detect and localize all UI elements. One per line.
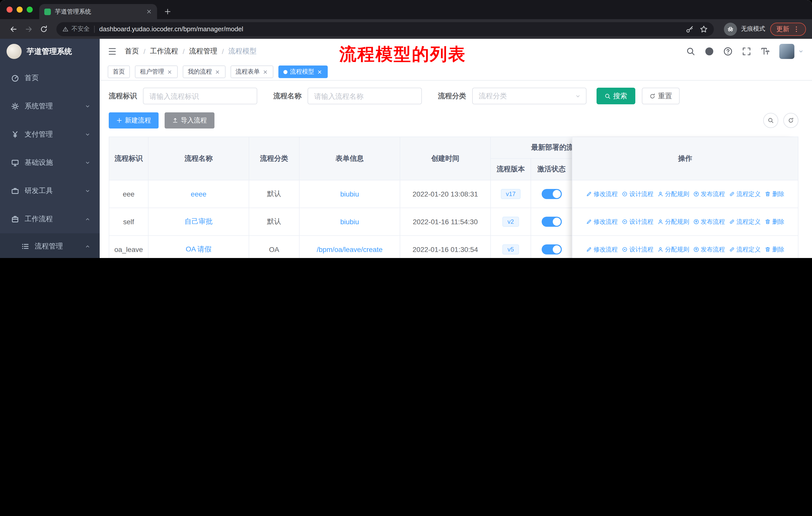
sidebar-item-workflow[interactable]: 工作流程 <box>0 205 100 233</box>
toggle-search-button[interactable] <box>763 113 778 128</box>
font-size-icon[interactable] <box>761 47 770 56</box>
sidebar-item-infra[interactable]: 基础设施 <box>0 148 100 177</box>
tags-view-bar: 首页 租户管理 我的流程 流程表单 流程模型 <box>100 63 812 81</box>
annotation-overlay: 流程模型的列表 <box>339 43 466 66</box>
forward-button[interactable] <box>21 21 36 36</box>
tag-tenant[interactable]: 租户管理 <box>135 65 178 78</box>
browser-window: 芋道管理系统 不安全 dashboard.yudao.iocoder.cn/bp… <box>0 0 812 258</box>
active-toggle[interactable] <box>542 189 561 199</box>
close-icon[interactable] <box>167 69 173 75</box>
form-info-link[interactable]: biubiu <box>340 190 359 198</box>
close-icon[interactable] <box>262 69 268 75</box>
modify-process-link[interactable]: 修改流程 <box>586 217 618 226</box>
create-process-button[interactable]: 新建流程 <box>109 112 158 129</box>
process-definition-link[interactable]: 流程定义 <box>729 190 761 198</box>
address-bar[interactable]: 不安全 dashboard.yudao.iocoder.cn/bpm/manag… <box>56 22 714 36</box>
publish-process-link[interactable]: 发布流程 <box>693 217 725 226</box>
close-window-button[interactable] <box>6 6 12 12</box>
table-toolbar: 新建流程 导入流程 <box>109 112 799 129</box>
sidebar-item-process-mgmt[interactable]: 流程管理 <box>0 233 100 258</box>
close-icon[interactable] <box>214 69 221 75</box>
breadcrumb-home[interactable]: 首页 <box>125 47 139 56</box>
design-process-link[interactable]: 设计流程 <box>622 245 654 254</box>
minimize-window-button[interactable] <box>17 6 23 12</box>
modify-process-link[interactable]: 修改流程 <box>586 190 618 198</box>
tag-my-process[interactable]: 我的流程 <box>183 65 226 78</box>
version-badge[interactable]: v5 <box>502 244 519 254</box>
design-process-link[interactable]: 设计流程 <box>622 190 654 198</box>
menu-dots-icon[interactable] <box>793 25 800 32</box>
back-button[interactable] <box>6 21 21 36</box>
breadcrumb-workflow[interactable]: 工作流程 <box>150 47 178 56</box>
security-status[interactable]: 不安全 <box>62 25 90 33</box>
active-toggle[interactable] <box>542 217 561 227</box>
suitcase-icon <box>11 215 19 223</box>
assign-rule-link[interactable]: 分配规则 <box>658 245 689 254</box>
help-icon[interactable] <box>723 47 732 56</box>
edit-icon <box>586 246 592 252</box>
design-process-link[interactable]: 设计流程 <box>622 217 654 226</box>
app-logo[interactable]: 芋道管理系统 <box>0 39 100 64</box>
assign-rule-link[interactable]: 分配规则 <box>658 217 689 226</box>
version-badge[interactable]: v17 <box>501 189 521 199</box>
breadcrumb-separator <box>183 47 185 55</box>
close-icon[interactable] <box>317 69 323 75</box>
browser-tab[interactable]: 芋道管理系统 <box>39 4 157 19</box>
sidebar-item-system[interactable]: 系统管理 <box>0 92 100 120</box>
update-chip[interactable]: 更新 <box>770 22 806 35</box>
form-info-link[interactable]: /bpm/oa/leave/create <box>317 245 383 253</box>
form-info-link[interactable]: biubiu <box>340 218 359 226</box>
zoom-window-button[interactable] <box>27 6 33 12</box>
process-name-link[interactable]: 自己审批 <box>184 217 213 226</box>
process-model-table: 流程标识 流程名称 流程分类 表单信息 创建时间 最新部署的流程定义 流程版本 … <box>109 137 799 258</box>
sidebar-item-payment[interactable]: 支付管理 <box>0 120 100 148</box>
process-id-input[interactable] <box>143 88 257 104</box>
modify-process-link[interactable]: 修改流程 <box>586 245 618 254</box>
fullscreen-icon[interactable] <box>742 47 751 56</box>
delete-process-link[interactable]: 删除 <box>765 217 784 226</box>
tag-process-model[interactable]: 流程模型 <box>279 65 328 78</box>
refresh-table-button[interactable] <box>783 113 799 128</box>
assign-rule-link[interactable]: 分配规则 <box>658 190 689 198</box>
process-name-link[interactable]: OA 请假 <box>186 245 212 254</box>
navbar-actions <box>686 44 804 59</box>
briefcase-icon <box>11 187 19 195</box>
toggle-knob <box>552 190 560 198</box>
publish-process-link[interactable]: 发布流程 <box>693 190 725 198</box>
breadcrumb-process-mgmt[interactable]: 流程管理 <box>189 47 218 56</box>
design-icon <box>622 191 628 197</box>
cell-created-time: 2022-01-16 11:54:30 <box>400 208 491 236</box>
reload-button[interactable] <box>36 21 51 36</box>
publish-process-link[interactable]: 发布流程 <box>693 245 725 254</box>
version-badge[interactable]: v2 <box>502 217 519 227</box>
sidebar-item-devtools[interactable]: 研发工具 <box>0 177 100 205</box>
tab-close-icon[interactable] <box>146 8 152 15</box>
process-definition-link[interactable]: 流程定义 <box>729 245 761 254</box>
new-tab-button[interactable] <box>164 8 171 15</box>
password-key-icon[interactable] <box>686 25 694 33</box>
url-text[interactable]: dashboard.yudao.iocoder.cn/bpm/manager/m… <box>99 25 681 33</box>
process-name-input[interactable] <box>308 88 422 104</box>
search-icon <box>768 117 774 124</box>
sidebar-item-home[interactable]: 首页 <box>0 64 100 92</box>
process-definition-link[interactable]: 流程定义 <box>729 217 761 226</box>
tag-process-form[interactable]: 流程表单 <box>231 65 273 78</box>
sidebar-fold-icon[interactable] <box>108 47 117 56</box>
github-icon[interactable] <box>705 47 714 56</box>
active-toggle[interactable] <box>542 244 561 254</box>
refresh-icon <box>788 117 794 124</box>
search-icon[interactable] <box>686 47 695 56</box>
delete-process-link[interactable]: 删除 <box>765 245 784 254</box>
tag-home[interactable]: 首页 <box>108 65 130 78</box>
reset-button[interactable]: 重置 <box>642 88 679 104</box>
category-select[interactable]: 流程分类 <box>472 88 586 104</box>
user-avatar[interactable] <box>779 44 794 59</box>
process-name-link[interactable]: eeee <box>191 190 206 198</box>
search-button[interactable]: 搜索 <box>597 88 635 104</box>
import-process-button[interactable]: 导入流程 <box>165 112 214 129</box>
monitor-icon <box>11 159 19 167</box>
delete-process-link[interactable]: 删除 <box>765 190 784 198</box>
publish-icon <box>693 246 699 252</box>
bookmark-star-icon[interactable] <box>700 25 708 33</box>
cell-process-id: eee <box>109 181 148 208</box>
